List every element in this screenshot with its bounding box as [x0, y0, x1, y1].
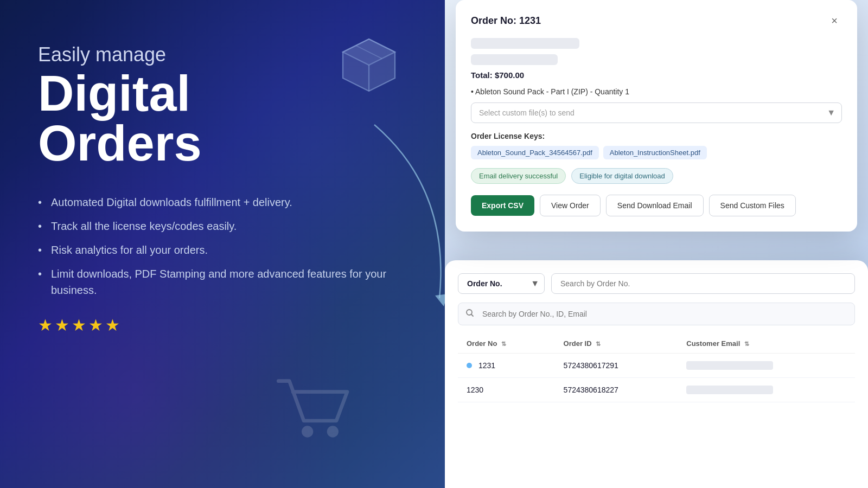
orders-table: Order No ⇅ Order ID ⇅ Customer Email ⇅	[458, 334, 855, 402]
view-order-button[interactable]: View Order	[540, 195, 601, 216]
row-order-no: 1230	[458, 378, 555, 402]
hero-small-text: Easily manage	[38, 43, 407, 66]
curved-arrow	[353, 81, 445, 352]
order-item-text: Ableton Sound Pack - Part I (ZIP) - Quan…	[471, 87, 842, 96]
email-skeleton	[686, 386, 773, 394]
feature-item: Track all the license keys/codes easily.	[38, 218, 407, 234]
table-row[interactable]: 1230 5724380618227	[458, 378, 855, 402]
hero-big-line2: Orders	[38, 118, 407, 168]
close-button[interactable]: ×	[827, 13, 842, 28]
row-customer-email	[678, 378, 855, 402]
skeleton-bar-1	[471, 38, 579, 49]
cart-icon	[271, 367, 358, 455]
left-panel: Easily manage Digital Orders Automated D…	[0, 0, 445, 488]
right-panel: Order No: 1231 × Total: $700.00 Ableton …	[445, 0, 868, 488]
badge-email-success: Email delivery successful	[471, 168, 566, 184]
search-icon	[465, 309, 474, 319]
svg-point-5	[327, 426, 339, 437]
col-customer-email[interactable]: Customer Email ⇅	[678, 334, 855, 354]
modal-header: Order No: 1231 ×	[471, 13, 842, 28]
send-download-email-button[interactable]: Send Download Email	[606, 195, 704, 216]
table-panel: Order No. ▼ Order No ⇅	[445, 260, 868, 488]
features-list: Automated Digital downloads fulfillment …	[38, 194, 407, 298]
col-order-no[interactable]: Order No ⇅	[458, 334, 555, 354]
table-filters: Order No. ▼	[458, 273, 855, 294]
svg-point-4	[302, 426, 313, 437]
sort-icon-order-no[interactable]: ⇅	[501, 341, 506, 347]
send-custom-files-button[interactable]: Send Custom Files	[709, 195, 796, 216]
filter-select-wrapper[interactable]: Order No. ▼	[458, 273, 545, 294]
order-total: Total: $700.00	[471, 70, 842, 80]
custom-files-select[interactable]: Select custom file(s) to send	[471, 102, 842, 123]
main-search-input[interactable]	[458, 303, 855, 325]
feature-item: Risk analytics for all your orders.	[38, 242, 407, 258]
license-tags-container: Ableton_Sound_Pack_34564567.pdf Ableton_…	[471, 146, 842, 159]
svg-line-8	[471, 314, 474, 317]
feature-item: Limit downloads, PDF Stamping and more a…	[38, 266, 407, 298]
filter-select[interactable]: Order No.	[458, 273, 545, 294]
feature-item: Automated Digital downloads fulfillment …	[38, 194, 407, 210]
hero-big-line1: Digital	[38, 68, 407, 118]
custom-files-select-wrapper[interactable]: Select custom file(s) to send ▼	[471, 102, 842, 123]
row-indicator-dot	[467, 363, 472, 368]
license-tag-1: Ableton_Sound_Pack_34564567.pdf	[471, 146, 599, 159]
badge-digital-download: Eligible for digital download	[571, 168, 673, 184]
license-tag-2: Ableton_InstructionSheet.pdf	[603, 146, 707, 159]
star-rating: ★★★★★	[38, 316, 407, 335]
row-order-id: 5724380618227	[555, 378, 678, 402]
order-modal: Order No: 1231 × Total: $700.00 Ableton …	[456, 0, 857, 232]
sort-icon-customer-email[interactable]: ⇅	[744, 341, 749, 347]
row-order-id: 5724380617291	[555, 354, 678, 378]
main-search-bar[interactable]	[458, 303, 855, 325]
modal-actions: Export CSV View Order Send Download Emai…	[471, 195, 842, 216]
table-row[interactable]: 1231 5724380617291	[458, 354, 855, 378]
status-badges: Email delivery successful Eligible for d…	[471, 168, 842, 184]
sort-icon-order-id[interactable]: ⇅	[596, 341, 601, 347]
email-skeleton	[686, 361, 773, 370]
hero-title: Easily manage Digital Orders	[38, 43, 407, 168]
svg-marker-6	[435, 294, 445, 306]
license-keys-label: Order License Keys:	[471, 132, 842, 140]
row-order-no: 1231	[458, 354, 555, 378]
row-customer-email	[678, 354, 855, 378]
modal-title: Order No: 1231	[471, 15, 541, 27]
export-csv-button[interactable]: Export CSV	[471, 195, 534, 216]
col-order-id[interactable]: Order ID ⇅	[555, 334, 678, 354]
skeleton-bar-2	[471, 54, 558, 65]
table-header-row: Order No ⇅ Order ID ⇅ Customer Email ⇅	[458, 334, 855, 354]
filter-search-input[interactable]	[551, 273, 855, 294]
